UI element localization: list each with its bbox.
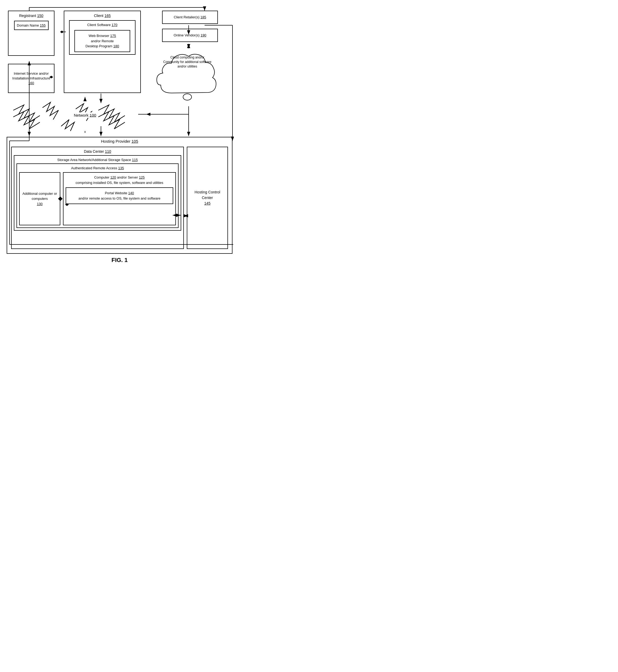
computer-server-label: Computer 120 and/or Server 125 comprisin… [66,175,173,185]
client-retailers-box: Client Retailer(s) 185 [162,11,218,24]
internet-service-box: Internet Service and/or Installation Inf… [8,64,55,93]
storage-area-label: Storage Area Network/Additional Storage … [16,158,179,162]
svg-point-28 [183,94,192,100]
client-box: Client 165 Client Software 170 Web Brows… [64,11,141,93]
auth-remote-label: Authenticated Remote Access 135 [19,166,176,170]
hosting-provider-box: Hosting Provider 105 Data Center 110 Sto… [7,137,232,254]
cloud-container: Cloud computing and/or Community for add… [156,45,219,106]
web-browser-label: Web Browser [89,34,109,38]
svg-marker-4 [60,30,64,33]
network-label: Network 100 [72,112,98,118]
portal-website-label: Portal Website 140 and/or remote access … [78,191,161,200]
client-retailers-label: Client Retailer(s) 185 [174,15,206,20]
registrant-box: Registrant 150 Domain Name 155 [8,11,55,56]
network-area: Network 100 [8,97,162,133]
internet-service-label: Internet Service and/or Installation Inf… [11,71,52,86]
additional-computers-label: Additional computer or computers 130 [22,191,58,207]
remote-desktop-label: and/or RemoteDesktop Program 180 [86,39,119,49]
hosting-control-box: Hosting Control Center 145 [187,147,228,249]
online-vendors-label: Online Vendor(s) 190 [174,33,206,38]
cloud-label: Cloud computing and/or Community for add… [162,55,213,69]
data-center-label: Data Center 110 [14,149,181,154]
client-software-label: Client Software 170 [72,23,133,27]
hosting-provider-label: Hosting Provider 105 [7,137,232,144]
online-vendors-box: Online Vendor(s) 190 [162,29,218,42]
data-center-box: Data Center 110 Storage Area Network/Add… [11,147,184,249]
domain-name-box: Domain Name 155 [14,21,48,30]
client-label: Client 165 [67,13,138,18]
registrant-label: Registrant 150 [11,13,52,18]
figure-label: FIG. 1 [5,257,234,264]
